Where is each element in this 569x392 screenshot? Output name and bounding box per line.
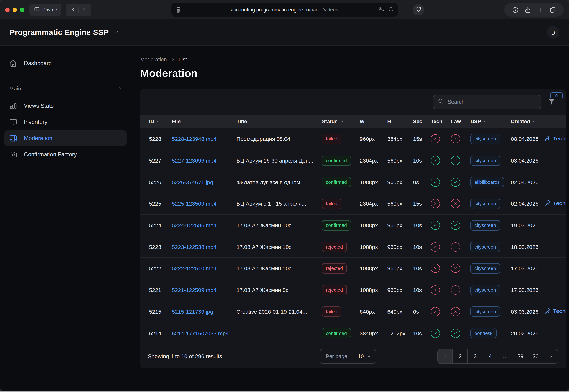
cell-status: failed: [322, 198, 360, 209]
page-button-30[interactable]: 30: [528, 349, 543, 363]
cell-tech: [431, 221, 451, 230]
file-link[interactable]: 5214-1771607053.mp4: [172, 330, 229, 336]
share-button[interactable]: [522, 4, 534, 15]
x-circle-icon: [451, 285, 460, 294]
cell-tech: [431, 285, 451, 294]
cell-status: rejected: [322, 242, 360, 252]
private-browsing-button[interactable]: Private: [29, 3, 62, 16]
collapse-sidebar-icon[interactable]: [114, 29, 120, 35]
search-input-wrap[interactable]: [433, 95, 541, 109]
file-link[interactable]: 5223-122538.mp4: [172, 244, 217, 250]
sidebar-item-inventory[interactable]: Inventory: [4, 114, 127, 130]
forward-button[interactable]: [79, 5, 89, 15]
sidebar-item-confirmation-factory[interactable]: Confirmation Factory: [4, 146, 127, 163]
file-link[interactable]: 5215-121739.jpg: [172, 308, 213, 315]
status-badge: confirmed: [322, 220, 351, 230]
sidebar-item-dashboard[interactable]: Dashboard: [4, 55, 127, 71]
tech-comment-link[interactable]: Tech Comment: [544, 135, 566, 142]
column-header-dsp[interactable]: DSP: [470, 118, 511, 124]
page-button-3[interactable]: 3: [468, 349, 483, 363]
tech-comment-link[interactable]: Tech Comment: [544, 200, 566, 207]
cell-file: 5226-374671.jpg: [172, 179, 237, 185]
dsp-badge: cityscreen: [470, 134, 500, 144]
column-header-tech: Tech: [431, 118, 451, 124]
table-header-row: IDFileTitleStatusWHSecTechLawDSPCreated: [140, 115, 566, 128]
home-icon: [9, 59, 17, 67]
dsp-badge: cityscreen: [470, 307, 500, 317]
translate-icon[interactable]: [378, 6, 384, 14]
cell-dsp: cityscreen: [470, 307, 511, 317]
privacy-shield-button[interactable]: [413, 4, 424, 15]
breadcrumb-parent[interactable]: Moderation: [140, 57, 167, 63]
sort-chevron-icon[interactable]: [483, 119, 487, 123]
url-host: accounting.programmatic-engine.ru: [231, 7, 309, 13]
check-circle-icon: [431, 329, 440, 338]
cell-width: 1088px: [360, 287, 387, 293]
sort-chevron-icon[interactable]: [156, 119, 160, 123]
tab-overview-button[interactable]: [547, 4, 559, 15]
tech-comment-link[interactable]: Tech Comment: [544, 308, 566, 314]
cell-id: 5221: [149, 287, 172, 293]
address-bar[interactable]: accounting.programmatic-engine.ru/panel/…: [171, 3, 398, 16]
table-row-5215: 52155215-121739.jpgCreative 2026-01-19-2…: [140, 301, 566, 322]
file-link[interactable]: 5228-123948.mp4: [172, 136, 217, 142]
column-header-id[interactable]: ID: [149, 118, 172, 124]
filter-button[interactable]: 0: [547, 97, 557, 107]
cell-id: 5226: [149, 179, 172, 185]
column-header-status[interactable]: Status: [322, 118, 360, 124]
tech-comment-label: Tech Comment: [553, 135, 566, 141]
page-button-1[interactable]: 1: [438, 349, 452, 363]
cell-created: 17.03.2026: [511, 287, 544, 293]
dsp-badge: cityscreen: [470, 220, 500, 230]
sort-chevron-icon[interactable]: [532, 119, 536, 123]
column-header-sec: Sec: [413, 118, 431, 124]
file-link[interactable]: 5226-374671.jpg: [172, 179, 213, 185]
search-input[interactable]: [447, 98, 536, 105]
cell-width: 1088px: [360, 244, 387, 250]
sidebar-item-views-stats[interactable]: Views Stats: [4, 98, 127, 114]
file-link[interactable]: 5224-122586.mp4: [172, 222, 217, 228]
page-button-29[interactable]: 29: [513, 349, 528, 363]
cell-status: confirmed: [322, 328, 360, 338]
cell-id: 5225: [149, 201, 172, 207]
cell-created: 03.03.2026: [511, 308, 544, 315]
next-page-button[interactable]: [543, 349, 558, 363]
sidebar-item-moderation[interactable]: Moderation: [4, 130, 127, 146]
cell-law: [451, 134, 470, 144]
zoom-window-button[interactable]: [20, 8, 24, 12]
moderation-table-card: 0 IDFileTitleStatusWHSecTechLawDSPCreate…: [140, 89, 566, 368]
file-link[interactable]: 5222-122510.mp4: [172, 265, 217, 272]
app-header: Programmatic Engine SSP D: [0, 19, 569, 46]
file-link[interactable]: 5221-122509.mp4: [172, 287, 217, 293]
close-window-button[interactable]: [5, 8, 10, 12]
cell-width: 3840px: [360, 330, 387, 336]
cell-seconds: 10s: [413, 157, 431, 164]
column-header-created[interactable]: Created: [511, 118, 544, 124]
back-button[interactable]: [68, 5, 79, 15]
file-link[interactable]: 5227-123696.mp4: [172, 157, 217, 164]
column-label: Created: [511, 118, 530, 124]
cell-width: 960px: [360, 136, 387, 142]
sort-chevron-icon[interactable]: [340, 119, 344, 123]
cell-height: 960px: [387, 244, 413, 250]
new-tab-button[interactable]: [534, 4, 547, 15]
reload-icon[interactable]: [388, 6, 394, 14]
user-avatar[interactable]: D: [547, 26, 559, 39]
reader-icon[interactable]: [175, 7, 182, 13]
per-page-control[interactable]: Per page 10: [320, 349, 376, 364]
column-header-file: File: [172, 118, 237, 124]
sidebar-section-label: Main: [9, 85, 21, 91]
file-link[interactable]: 5225-123509.mp4: [172, 201, 217, 207]
page-button-4[interactable]: 4: [483, 349, 498, 363]
minimize-window-button[interactable]: [13, 8, 17, 12]
downloads-button[interactable]: [509, 4, 522, 15]
url-path: /panel/videos: [309, 7, 338, 13]
cell-id: 5215: [149, 308, 172, 315]
page-button-2[interactable]: 2: [452, 349, 468, 363]
cell-dsp: oohdesk: [470, 328, 511, 338]
cell-height: 960px: [387, 287, 413, 293]
browser-titlebar: Private accounting.programmatic-engine.r…: [0, 0, 569, 19]
page-button-…[interactable]: …: [498, 349, 513, 363]
sidebar-section-main[interactable]: Main: [4, 82, 127, 95]
per-page-select[interactable]: 10: [353, 349, 376, 363]
